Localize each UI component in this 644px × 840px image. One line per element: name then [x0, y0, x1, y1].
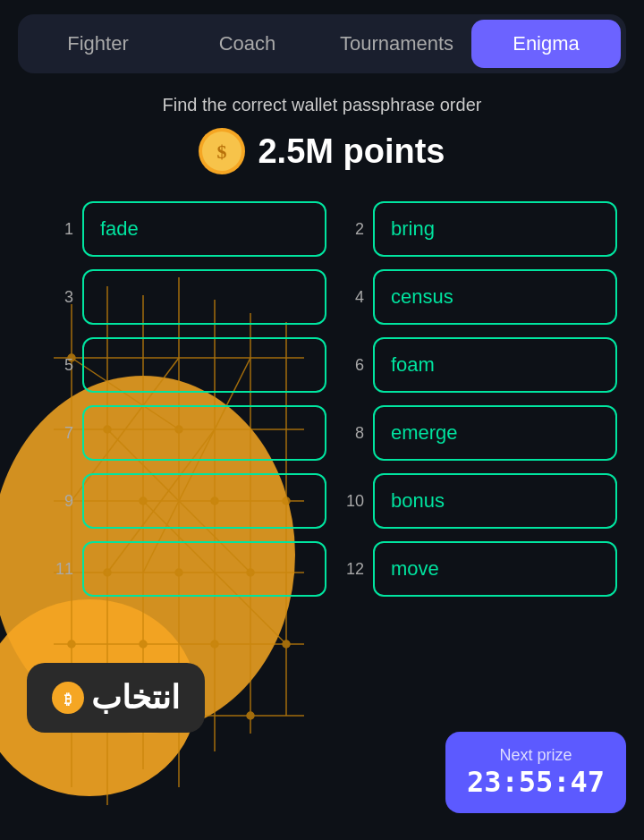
word-slot-8[interactable]: 8emerge: [344, 405, 617, 461]
slot-number-7: 7: [54, 424, 73, 443]
slot-number-12: 12: [344, 560, 364, 579]
slot-box-11[interactable]: [82, 541, 326, 597]
slot-box-6[interactable]: foam: [373, 337, 617, 393]
puzzle-title: Find the correct wallet passphrase order: [0, 95, 644, 115]
logo-badge: ₿ انتخاب: [27, 663, 205, 733]
svg-text:$: $: [217, 140, 227, 163]
svg-point-36: [68, 641, 75, 648]
word-grid: 1fade2bring34census56foam78emerge910bonu…: [0, 201, 644, 597]
word-slot-3[interactable]: 3: [54, 269, 326, 325]
slot-number-6: 6: [344, 356, 364, 375]
slot-box-3[interactable]: [82, 269, 326, 325]
slot-number-3: 3: [54, 288, 73, 307]
slot-number-4: 4: [344, 288, 364, 307]
svg-point-34: [247, 712, 254, 719]
word-slot-1[interactable]: 1fade: [54, 201, 326, 257]
word-slot-2[interactable]: 2bring: [344, 201, 617, 257]
slot-number-11: 11: [54, 560, 73, 579]
slot-number-9: 9: [54, 492, 73, 511]
nav-bar: Fighter Coach Tournaments Enigma: [18, 14, 626, 73]
slot-box-10[interactable]: bonus: [373, 473, 617, 529]
word-slot-9[interactable]: 9: [54, 473, 326, 529]
next-prize-label: Next prize: [467, 746, 605, 765]
points-value: 2.5M points: [258, 132, 445, 171]
svg-point-33: [211, 641, 218, 648]
slot-number-2: 2: [344, 220, 364, 239]
word-slot-11[interactable]: 11: [54, 541, 326, 597]
slot-number-8: 8: [344, 424, 364, 443]
slot-number-10: 10: [344, 492, 364, 511]
slot-box-2[interactable]: bring: [373, 201, 617, 257]
nav-item-coach[interactable]: Coach: [173, 20, 322, 68]
svg-text:₿: ₿: [64, 692, 72, 707]
word-slot-7[interactable]: 7: [54, 405, 326, 461]
word-slot-4[interactable]: 4census: [344, 269, 617, 325]
slot-box-7[interactable]: [82, 405, 326, 461]
slot-box-12[interactable]: move: [373, 541, 617, 597]
slot-number-1: 1: [54, 220, 73, 239]
slot-box-4[interactable]: census: [373, 269, 617, 325]
logo-text: انتخاب: [91, 679, 180, 717]
nav-item-tournaments[interactable]: Tournaments: [322, 20, 471, 68]
bitcoin-icon: ₿: [52, 682, 84, 714]
next-prize-widget: Next prize 23:55:47: [445, 732, 626, 813]
points-row: $ 2.5M points: [0, 128, 644, 174]
slot-box-8[interactable]: emerge: [373, 405, 617, 461]
word-slot-6[interactable]: 6foam: [344, 337, 617, 393]
slot-number-5: 5: [54, 356, 73, 375]
nav-item-enigma[interactable]: Enigma: [471, 20, 621, 68]
nav-item-fighter[interactable]: Fighter: [23, 20, 173, 68]
word-slot-5[interactable]: 5: [54, 337, 326, 393]
slot-box-9[interactable]: [82, 473, 326, 529]
slot-box-5[interactable]: [82, 337, 326, 393]
word-slot-12[interactable]: 12move: [344, 541, 617, 597]
next-prize-timer: 23:55:47: [467, 765, 605, 799]
slot-box-1[interactable]: fade: [82, 201, 326, 257]
word-slot-10[interactable]: 10bonus: [344, 473, 617, 529]
svg-point-37: [283, 641, 290, 648]
svg-point-32: [140, 641, 147, 648]
coin-icon: $: [199, 128, 245, 174]
